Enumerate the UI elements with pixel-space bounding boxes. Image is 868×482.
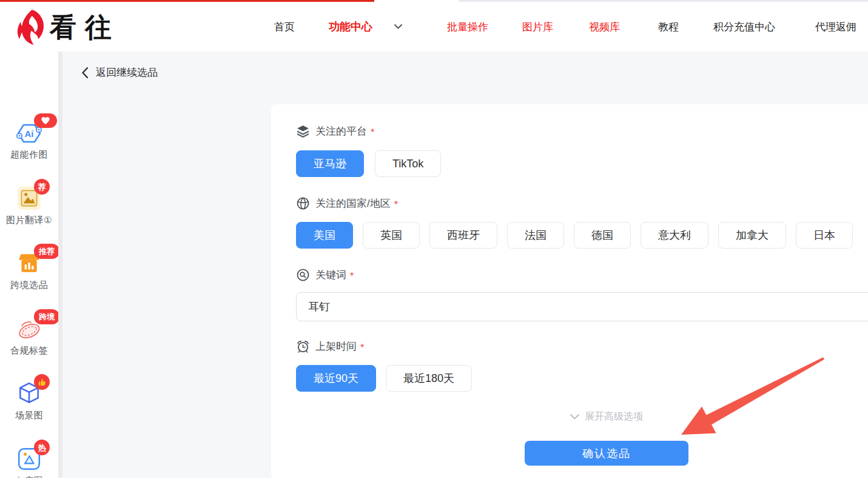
svg-text:Ai: Ai — [25, 129, 34, 139]
search-circle-icon — [297, 269, 309, 281]
nav-item-tutorials[interactable]: 教程 — [658, 2, 679, 52]
chevron-down-icon — [570, 414, 579, 420]
sidebar-item-image-translate[interactable]: 荐 图片翻译① — [0, 186, 58, 226]
region-option-japan[interactable]: 日本 — [796, 222, 853, 249]
required-mark: * — [394, 199, 398, 210]
nav-item-image-library[interactable]: 图片库 — [522, 2, 553, 52]
sidebar-item-scene-image[interactable]: 场景图 — [0, 381, 58, 421]
nav-item-function-center[interactable]: 功能中心 — [329, 2, 372, 52]
listing-time-options: 最近90天 最近180天 — [296, 365, 472, 392]
expand-advanced-label: 展开高级选项 — [585, 410, 643, 423]
nav-item-home[interactable]: 首页 — [274, 2, 295, 52]
sidebar-item-compliance-label[interactable]: 跨境 合规标签 — [0, 316, 58, 356]
time-option-180days[interactable]: 最近180天 — [386, 365, 472, 392]
sidebar-divider — [58, 52, 62, 482]
platform-section-label: 关注的平台 * — [297, 124, 374, 138]
top-header: 看往 首页 功能中心 批量操作 图片库 视频库 教程 积分充值中心 代理返佣 — [0, 2, 868, 52]
sidebar-item-label: 场景图 — [0, 410, 58, 421]
nav-item-agent-commission[interactable]: 代理返佣 — [815, 2, 856, 52]
region-option-canada[interactable]: 加拿大 — [718, 222, 786, 249]
sidebar-item-label: 超能作图 — [0, 149, 58, 161]
recommend-badge: 荐 — [34, 179, 50, 195]
back-link[interactable]: 返回继续选品 — [82, 65, 158, 79]
sidebar-item-crossborder-picking[interactable]: 推荐 跨境选品 — [0, 250, 58, 291]
brand-logo[interactable]: 看往 — [13, 9, 120, 45]
region-option-italy[interactable]: 意大利 — [641, 222, 708, 249]
platform-options: 亚马逊 TikTok — [296, 150, 441, 177]
region-option-germany[interactable]: 德国 — [574, 222, 631, 249]
region-option-us[interactable]: 美国 — [296, 222, 353, 249]
sidebar-item-label: 跨境选品 — [0, 279, 58, 291]
flame-icon — [13, 9, 47, 45]
brand-name: 看往 — [50, 9, 120, 45]
region-options: 美国 英国 西班牙 法国 德国 意大利 加拿大 日本 — [296, 222, 853, 249]
chevron-down-icon — [394, 2, 402, 52]
required-mark: * — [371, 127, 374, 138]
region-section-label: 关注的国家/地区 * — [297, 196, 398, 210]
nav-item-batch-ops[interactable]: 批量操作 — [447, 2, 488, 52]
nav-item-points-recharge[interactable]: 积分充值中心 — [713, 2, 775, 52]
listing-time-section-label: 上架时间 * — [297, 340, 364, 353]
sidebar-item-super-draw[interactable]: Ai 超能作图 — [0, 120, 58, 161]
region-option-uk[interactable]: 英国 — [363, 222, 420, 249]
left-sidebar: Ai 超能作图 荐 图片翻译① — [0, 52, 58, 482]
keyword-section-label: 关键词 * — [297, 268, 354, 282]
required-mark: * — [350, 271, 354, 282]
back-link-label: 返回继续选品 — [96, 65, 158, 79]
crossborder-badge: 跨境 — [34, 309, 59, 324]
sidebar-item-label: 合规标签 — [0, 345, 58, 356]
time-option-90days[interactable]: 最近90天 — [296, 365, 376, 392]
recommend-badge: 推荐 — [34, 244, 59, 259]
required-mark: * — [360, 343, 364, 353]
hot-badge: 热 — [34, 440, 50, 455]
heart-badge-icon — [34, 113, 57, 128]
thumbs-up-badge-icon — [34, 374, 50, 390]
region-option-spain[interactable]: 西班牙 — [429, 222, 497, 249]
platform-option-amazon[interactable]: 亚马逊 — [296, 150, 364, 177]
confirm-selection-button[interactable]: 确认选品 — [525, 441, 688, 466]
globe-icon — [297, 197, 309, 210]
alarm-clock-icon — [297, 340, 309, 353]
bottom-strip — [0, 478, 868, 482]
sidebar-item-label: 图片翻译① — [0, 215, 58, 226]
nav-item-video-library[interactable]: 视频库 — [589, 2, 620, 52]
expand-advanced-row: 展开高级选项 — [271, 410, 868, 423]
platform-option-tiktok[interactable]: TikTok — [375, 150, 441, 177]
layers-icon — [297, 125, 309, 138]
expand-advanced-toggle[interactable]: 展开高级选项 — [570, 410, 643, 423]
sidebar-item-white-background[interactable]: 热 白底图 — [0, 446, 58, 482]
chevron-left-icon — [82, 67, 88, 78]
keyword-input[interactable] — [296, 292, 868, 321]
region-option-france[interactable]: 法国 — [507, 222, 564, 249]
